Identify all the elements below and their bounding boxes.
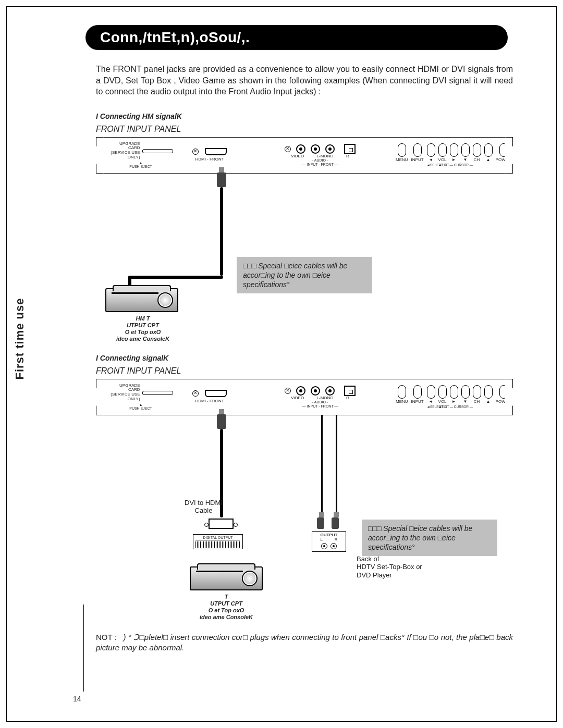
menu-button-icon: [398, 385, 406, 399]
panel-title-2: FRONT INPUT PANEL: [96, 366, 513, 376]
upgrade-card-slot: UPGRADE CARD (SERVICE USE ONLY) ▲ PUSH E…: [112, 142, 169, 169]
audio-r-jack-icon: [325, 386, 335, 396]
audio-cable-icon: [336, 415, 337, 520]
btn-label: ▼: [463, 400, 468, 404]
vol-down-icon: [427, 143, 435, 157]
screw-icon: ✕: [192, 149, 199, 155]
sidebar-tab: First time use: [9, 266, 30, 412]
intro-paragraph: The FRONT panel jacks are provided as a …: [96, 64, 513, 97]
video-jack-icon: [296, 144, 305, 154]
device-caption-1: HM T UTPUT CPT O et Top oxO ideo ame Con…: [96, 315, 190, 343]
btn-label: ►: [452, 158, 456, 163]
dvi-cable-label: DVI to HDMI Cable: [185, 499, 223, 515]
square-port-icon: [344, 386, 356, 396]
source-device-icon: [190, 566, 263, 590]
push-eject-label: PUSH EJECT: [129, 165, 152, 169]
output-l-label: L: [320, 537, 322, 542]
hdmi-label: HDMI - FRONT: [195, 399, 224, 404]
dvi-connection-diagram: DVI to HDMI Cable DIGITAL OUTPUT OUTPUT …: [96, 415, 513, 624]
btn-sublabel: ◄EXIT: [438, 163, 447, 167]
rca-plug-icon: [332, 517, 339, 529]
output-r-label: R: [335, 537, 338, 542]
btn-label: CH: [474, 158, 480, 163]
audio-r-label: R: [346, 154, 349, 159]
hdmi-label: HDMI - FRONT: [195, 157, 224, 162]
audio-l-label: L-MONO: [317, 396, 334, 401]
vol-button-icon: [438, 143, 447, 157]
audio-l-jack-icon: [311, 386, 320, 396]
hdmi-plug-icon: [217, 414, 226, 429]
digital-output-panel: DIGITAL OUTPUT: [193, 534, 243, 549]
audio-l-jack-icon: [311, 144, 320, 154]
section2-heading: I Connecting signalK: [96, 354, 513, 362]
upgrade-sub: (SERVICE USE ONLY): [108, 151, 140, 160]
btn-label: POWER: [496, 158, 511, 163]
margin-rule: [83, 604, 84, 692]
cable-icon: [220, 187, 223, 276]
vol-button-icon: [438, 385, 447, 399]
square-port-icon: [344, 144, 356, 154]
cursor-bracket-label: — CURSOR —: [450, 163, 473, 167]
input-button-icon: [413, 385, 422, 399]
screw-icon: ✕: [285, 388, 291, 394]
audio-output-panel: OUTPUT L R: [312, 531, 346, 552]
ch-up-icon: [484, 143, 493, 157]
btn-label: INPUT: [411, 158, 424, 163]
input-front-label: — INPUT - FRONT —: [302, 163, 338, 167]
ch-down-icon: [461, 143, 470, 157]
hdmi-socket-icon: [205, 148, 227, 155]
output-label: OUTPUT: [314, 533, 344, 537]
video-jack-icon: [296, 386, 305, 396]
cable-note-2: □□□ Special □eice cables will be accor□i…: [362, 520, 497, 557]
audio-l-label: L-MONO: [317, 154, 334, 159]
btn-label: ▲: [486, 158, 491, 163]
input-button-icon: [413, 143, 422, 157]
control-buttons: MENU INPUT ◄ VOL ► ▼ CH ▲ POWER ◄SELECT …: [377, 143, 511, 167]
hdmi-front-slot: ✕ HDMI - FRONT: [192, 148, 227, 162]
ch-button-icon: [473, 143, 481, 157]
digital-output-label: DIGITAL OUTPUT: [195, 536, 240, 540]
power-button-icon: [499, 143, 508, 157]
note-text: ) ° Ɔ□pletel□ insert connection cor□ plu…: [96, 633, 513, 652]
audio-group-label: - AUDIO -: [312, 158, 328, 163]
vol-down-icon: [427, 385, 435, 399]
upgrade-sub: (SERVICE USE ONLY): [108, 392, 140, 402]
cable-note-1: □□□ Special □eice cables will be accor□i…: [237, 257, 372, 294]
vol-up-icon: [450, 143, 458, 157]
section1-heading: I Connecting HM signalK: [96, 112, 513, 120]
upgrade-card-slot: UPGRADE CARD (SERVICE USE ONLY) ▲ PUSH E…: [112, 384, 169, 411]
hdmi-plug-icon: [217, 172, 226, 187]
av-input-group: ✕ VIDEO L-MONO R - AUDIO - — INPUT - FRO…: [286, 386, 354, 409]
dvi-connector-icon: [209, 519, 234, 529]
front-input-panel-1: UPGRADE CARD (SERVICE USE ONLY) ▲ PUSH E…: [96, 137, 513, 174]
btn-sublabel: ◄SELECT: [427, 405, 435, 409]
btn-label: INPUT: [411, 400, 424, 404]
section-title: Conn,/tnEt,n),oSou/,.: [85, 25, 508, 50]
hdmi-front-slot: ✕ HDMI - FRONT: [192, 390, 227, 404]
device-caption-2: T UTPUT CPT O et Top oxO ideo ame Consol…: [179, 594, 273, 621]
vol-up-icon: [450, 385, 458, 399]
note-label: NOT :: [96, 633, 117, 641]
screw-icon: ✕: [285, 146, 291, 152]
audio-group-label: - AUDIO -: [312, 400, 328, 404]
ch-down-icon: [461, 385, 470, 399]
btn-label: CH: [474, 400, 480, 404]
audio-r-label: R: [346, 396, 349, 401]
sidebar-text: First time use: [13, 298, 27, 379]
av-input-group: ✕ VIDEO L-MONO R - AUDIO - — INPUT - FRO…: [286, 144, 354, 167]
source-device-icon: [105, 288, 178, 312]
btn-label: ►: [452, 400, 456, 404]
btn-label: MENU: [396, 158, 408, 163]
btn-label: ◄: [429, 400, 433, 404]
video-label: VIDEO: [291, 154, 304, 159]
page-number: 14: [73, 695, 81, 703]
jack-icon: [321, 543, 327, 549]
control-buttons: MENU INPUT ◄ VOL ► ▼ CH ▲ POWER ◄SELECT …: [377, 385, 511, 409]
btn-label: MENU: [396, 400, 408, 404]
upgrade-label: UPGRADE CARD: [108, 142, 140, 151]
audio-cable-icon: [321, 415, 323, 520]
note-footer: NOT : ) ° Ɔ□pletel□ insert connection co…: [96, 632, 513, 653]
hdmi-socket-icon: [205, 390, 227, 397]
btn-label: VOL: [438, 158, 447, 163]
disc-icon: [242, 571, 258, 586]
